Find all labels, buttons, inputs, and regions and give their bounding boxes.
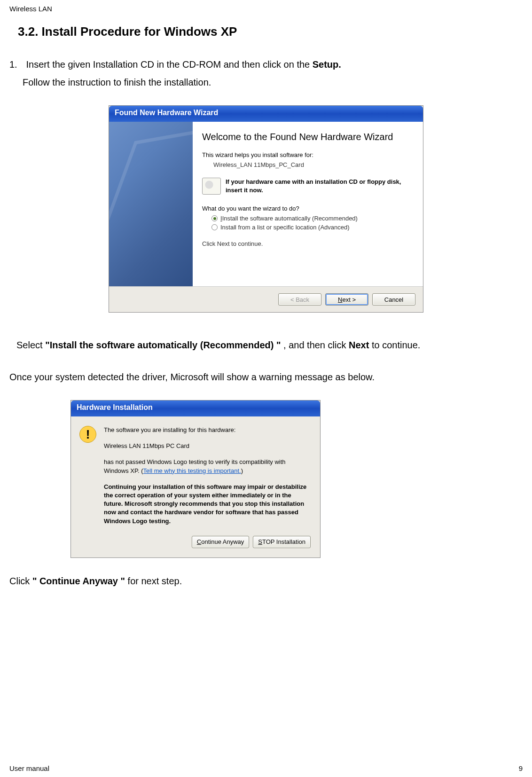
hw-line3: has not passed Windows Logo testing to v… [104,458,311,475]
next-button[interactable]: Next > [325,293,368,306]
footer-left: User manual [9,764,49,772]
radio-specific-label: Install from a list or specific location… [220,224,350,231]
hw-body: ! The software you are installing for th… [71,416,320,533]
wizard-question: What do you want the wizard to do? [202,205,413,212]
radio-auto-label: IInstall the software automatically (Rec… [220,215,358,222]
select-prefix: Select [16,340,45,350]
continue-anyway-button[interactable]: Continue Anyway [192,536,249,548]
wizard-button-row: < Back Next > Cancel [109,286,423,312]
step-setup-word: Setup. [313,59,341,70]
hw-testing-link[interactable]: Tell me why this testing is important. [143,467,241,474]
wizard-continue-text: Click Next to continue. [202,240,413,247]
wizard-body: Welcome to the Found New Hardware Wizard… [109,122,423,286]
wizard-device-name: Wireless_LAN 11Mbps_PC_Card [213,161,413,168]
step-text-2: Follow the instruction to finish the ins… [23,77,211,87]
hw-button-row: Continue Anyway STOP Installation [71,533,320,557]
hw-line1: The software you are installing for this… [104,426,311,434]
radio-option-auto[interactable]: IInstall the software automatically (Rec… [211,215,413,222]
stop-installation-button[interactable]: STOP Installation [253,536,311,548]
step-text-1: Insert the given Installation CD in the … [26,59,313,70]
cancel-button[interactable]: Cancel [372,293,415,306]
select-next-word: Next [349,340,369,350]
found-new-hardware-wizard: Found New Hardware Wizard Welcome to the… [109,105,423,313]
cd-icon [202,178,221,195]
hw-line3-suffix: ) [241,467,243,474]
footer: User manual 9 [9,764,523,772]
detected-instruction: Once your system detected the driver, Mi… [9,368,523,386]
back-button: < Back [278,293,321,306]
page-number: 9 [519,764,523,772]
hw-title-bar: Hardware Installation [71,400,320,416]
radio-unchecked-icon [211,224,218,230]
click-prefix: Click [9,576,32,586]
wizard-title-bar: Found New Hardware Wizard [109,106,423,122]
step-1: 1. Insert the given Installation CD in t… [9,55,523,91]
click-suffix: for next step. [128,576,182,586]
select-instruction: Select "Install the software automatical… [16,336,523,354]
wizard-content: Welcome to the Found New Hardware Wizard… [193,122,423,286]
continue-instruction: Click " Continue Anyway " for next step. [9,572,523,590]
section-heading: 3.2. Install Procedure for Windows XP [18,24,523,39]
step-number: 1. [9,55,23,73]
doc-header: Wireless LAN [9,5,523,13]
warning-icon: ! [79,426,96,443]
select-mid: , and then click [283,340,349,350]
click-bold: " Continue Anyway " [32,576,125,586]
wizard-decorative-panel [109,122,193,286]
wizard-helps-text: This wizard helps you install software f… [202,151,413,158]
radio-checked-icon [211,215,218,221]
select-bold: "Install the software automatically (Rec… [45,340,281,350]
wizard-heading: Welcome to the Found New Hardware Wizard [202,131,413,143]
cd-instruction-row: If your hardware came with an installati… [202,178,413,195]
hw-bold-warning: Continuing your installation of this sof… [104,483,311,526]
hw-line2: Wireless LAN 11Mbps PC Card [104,442,311,450]
cd-instruction-text: If your hardware came with an installati… [226,178,413,194]
radio-option-specific[interactable]: Install from a list or specific location… [211,224,413,231]
hardware-installation-dialog: Hardware Installation ! The software you… [70,400,321,558]
select-suffix: to continue. [372,340,420,350]
